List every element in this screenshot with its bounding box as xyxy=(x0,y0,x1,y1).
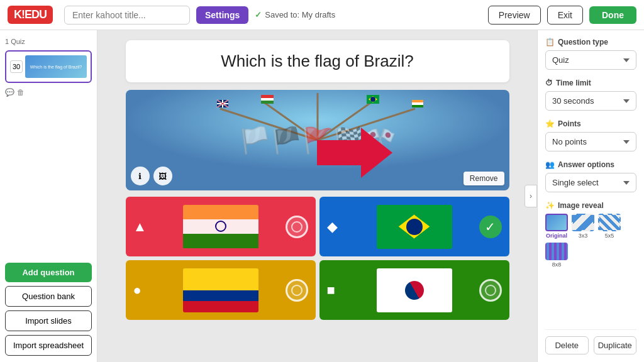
points-icon: ⭐ xyxy=(545,119,555,128)
time-limit-section: ⏱ Time limit 30 seconds 5 seconds 10 sec… xyxy=(545,79,636,111)
reveal-original[interactable]: Original xyxy=(545,214,568,239)
reveal-8x8-thumb xyxy=(545,243,568,260)
info-button[interactable]: ℹ xyxy=(131,167,150,185)
import-spreadsheet-button[interactable]: Import spreadsheet xyxy=(5,335,92,356)
points-section: ⭐ Points No points Standard Double point… xyxy=(545,119,636,151)
image-reveal-section: ✨ Image reveal Original 3x3 5x5 xyxy=(545,201,636,268)
answer-cell-4[interactable]: ■ xyxy=(319,260,509,320)
time-limit-label: ⏱ Time limit xyxy=(545,79,636,87)
quiz-item-number: 30 xyxy=(10,60,23,73)
sidebar-buttons: Add question Question bank Import slides… xyxy=(5,263,92,356)
duplicate-button[interactable]: Duplicate xyxy=(594,336,637,354)
saved-status: ✓ Saved to: My drafts xyxy=(255,10,482,19)
title-input[interactable] xyxy=(64,6,190,25)
check-icon: ✓ xyxy=(255,10,262,19)
svg-point-24 xyxy=(292,222,302,232)
answer-icon-3: ● xyxy=(133,282,142,299)
editor-area: Which is the flag of Brazil? xyxy=(97,30,537,362)
answer-options-section: 👥 Answer options Single select Multi-sel… xyxy=(545,160,636,192)
question-type-label: 📋 Question type xyxy=(545,38,636,47)
reveal-5x5-label: 5x5 xyxy=(605,233,614,239)
expand-handle[interactable]: › xyxy=(525,185,537,207)
time-limit-select[interactable]: 30 seconds 5 seconds 10 seconds 20 secon… xyxy=(545,91,636,111)
reveal-3x3[interactable]: 3x3 xyxy=(572,214,594,239)
answer-check-3 xyxy=(286,279,308,302)
circle-icon-3 xyxy=(291,284,303,297)
svg-point-12 xyxy=(370,97,375,102)
question-type-section: 📋 Question type Quiz xyxy=(545,38,636,70)
right-panel: 📋 Question type Quiz ⏱ Time limit 30 sec… xyxy=(537,30,644,362)
saved-text: Saved to: My drafts xyxy=(265,10,335,19)
reveal-original-thumb xyxy=(545,214,568,231)
remove-button[interactable]: Remove xyxy=(464,172,504,185)
image-reveal-label: ✨ Image reveal xyxy=(545,201,636,210)
done-button[interactable]: Done xyxy=(589,6,636,24)
quiz-item-thumb: Which is the flag of Brazil? xyxy=(25,55,87,78)
answer-cell-3[interactable]: ● xyxy=(126,260,316,320)
preview-button[interactable]: Preview xyxy=(488,6,541,25)
answer-cell-2[interactable]: ◆ ✓ xyxy=(319,197,509,256)
reveal-8x8[interactable]: 8x8 xyxy=(545,243,568,268)
answer-check-1 xyxy=(286,216,308,238)
quiz-label: 1 Quiz xyxy=(5,36,92,47)
answers-grid: ▲ ◆ xyxy=(126,197,509,320)
question-box[interactable]: Which is the flag of Brazil? xyxy=(126,40,509,82)
quiz-item-thumb-text: Which is the flag of Brazil? xyxy=(29,63,83,70)
circle-icon-1 xyxy=(291,221,303,233)
logo: K!EDU xyxy=(8,6,53,24)
flags-svg xyxy=(126,90,509,190)
add-question-button[interactable]: Add question xyxy=(5,263,92,282)
media-toolbar: ℹ 🖼 xyxy=(131,167,172,185)
reveal-original-label: Original xyxy=(546,233,567,239)
answer-options-label: 👥 Answer options xyxy=(545,160,636,169)
answer-cell-1[interactable]: ▲ xyxy=(126,197,316,256)
answer-options-icon: 👥 xyxy=(545,160,555,169)
answer-check-2: ✓ xyxy=(479,216,502,238)
image-reveal-icon: ✨ xyxy=(545,201,555,210)
svg-rect-22 xyxy=(412,105,423,107)
svg-point-26 xyxy=(486,285,496,295)
svg-point-25 xyxy=(292,285,302,295)
import-slides-button[interactable]: Import slides xyxy=(5,310,92,331)
item-icons: 💬 🗑 xyxy=(5,87,92,98)
settings-button[interactable]: Settings xyxy=(196,6,248,24)
main-layout: 1 Quiz 30 Which is the flag of Brazil? 💬… xyxy=(0,30,644,362)
image-reveal-options: Original 3x3 5x5 8x8 xyxy=(545,214,636,268)
points-label: ⭐ Points xyxy=(545,119,636,128)
exit-button[interactable]: Exit xyxy=(547,6,583,25)
question-type-select[interactable]: Quiz xyxy=(545,50,636,70)
answer-icon-1: ▲ xyxy=(133,219,147,235)
time-icon: ⏱ xyxy=(545,79,553,87)
circle-icon-4 xyxy=(484,284,497,297)
image-edit-button[interactable]: 🖼 xyxy=(153,167,172,185)
question-type-icon: 📋 xyxy=(545,38,555,47)
panel-footer: Delete Duplicate xyxy=(545,329,636,354)
trash-icon[interactable]: 🗑 xyxy=(17,88,25,97)
svg-rect-9 xyxy=(261,101,274,104)
reveal-5x5-thumb xyxy=(598,214,621,231)
reveal-8x8-label: 8x8 xyxy=(552,261,562,268)
answer-icon-2: ◆ xyxy=(327,219,338,235)
media-image xyxy=(126,90,509,190)
answer-check-4 xyxy=(479,279,502,302)
question-bank-button[interactable]: Question bank xyxy=(5,286,92,307)
svg-rect-8 xyxy=(261,98,274,101)
answer-icon-4: ■ xyxy=(327,282,335,299)
chat-icon[interactable]: 💬 xyxy=(5,88,14,97)
media-box: ℹ 🖼 Remove xyxy=(126,90,509,190)
answer-options-select[interactable]: Single select Multi-select xyxy=(545,173,636,192)
reveal-3x3-label: 3x3 xyxy=(579,233,588,239)
points-select[interactable]: No points Standard Double points xyxy=(545,132,636,151)
delete-button[interactable]: Delete xyxy=(545,336,589,354)
reveal-5x5[interactable]: 5x5 xyxy=(598,214,621,239)
svg-rect-21 xyxy=(412,102,423,105)
topbar: K!EDU Settings ✓ Saved to: My drafts Pre… xyxy=(0,0,644,30)
svg-rect-7 xyxy=(261,95,274,98)
reveal-3x3-thumb xyxy=(572,214,594,231)
quiz-item[interactable]: 30 Which is the flag of Brazil? xyxy=(5,50,92,83)
sidebar: 1 Quiz 30 Which is the flag of Brazil? 💬… xyxy=(0,30,97,362)
